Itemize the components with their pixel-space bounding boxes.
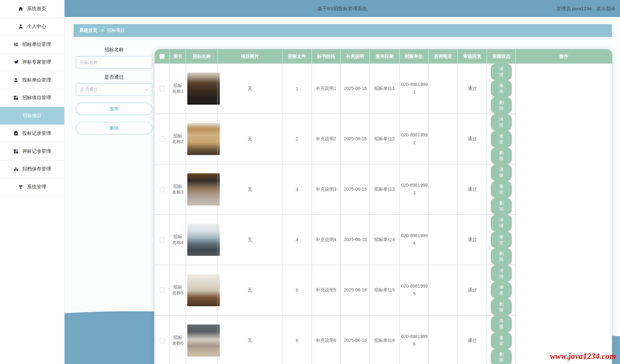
cell-date: 2025-06-16 xyxy=(341,265,370,316)
edit-button[interactable]: 修改 xyxy=(491,80,512,97)
sidebar-item-9[interactable]: 评标记录管理 xyxy=(0,143,64,160)
cell-file: 无 xyxy=(218,114,282,164)
cell-status: 通过 xyxy=(458,215,487,265)
office-photo-6 xyxy=(187,325,220,357)
delete-row-button[interactable]: 删除 xyxy=(491,299,512,315)
sidebar-item-label: 招标单位管理 xyxy=(22,41,51,48)
row-select-cell xyxy=(155,64,170,114)
app-title: 基于BS招投标管理系统 xyxy=(64,0,620,17)
cell-phone-text: 020-89819995 xyxy=(401,282,428,298)
sidebar-item-7[interactable]: 招标项目 xyxy=(0,107,64,125)
edit-button[interactable]: 修改 xyxy=(491,231,512,248)
row-checkbox[interactable] xyxy=(160,187,165,192)
delete-row-button[interactable]: 删除 xyxy=(491,349,512,364)
cell-date: 2025-06-16 xyxy=(341,215,370,265)
cell-unit: 招标单位1 xyxy=(370,64,400,114)
edit-button[interactable]: 修改 xyxy=(491,282,512,299)
cell-phone-text: 020-89819994 xyxy=(401,232,428,247)
sidebar-item-label: 系统首页 xyxy=(27,6,46,12)
detail-button[interactable]: 详情 xyxy=(491,215,512,231)
row-checkbox[interactable] xyxy=(160,86,165,91)
sidebar-item-5[interactable]: 投标单位管理 xyxy=(0,71,64,89)
row-select-cell xyxy=(155,114,170,164)
row-actions-cell: 详情修改删除 xyxy=(487,215,516,265)
sidebar: 系统首页个人中心招标单位管理评标专家管理投标单位管理招标项目管理招标项目投标记录… xyxy=(0,0,65,364)
cell-status: 通过 xyxy=(458,114,487,164)
edit-button[interactable]: 修改 xyxy=(491,332,512,349)
sidebar-item-label: 评标专家管理 xyxy=(22,59,51,65)
project-image-cell xyxy=(186,316,218,364)
detail-button[interactable]: 详情 xyxy=(491,64,512,80)
delete-button[interactable]: 删除 xyxy=(76,122,152,134)
column-header: 索引 xyxy=(170,49,186,64)
bid-name-input[interactable] xyxy=(76,56,152,68)
detail-button[interactable]: 详情 xyxy=(491,164,512,181)
row-checkbox[interactable] xyxy=(160,338,165,343)
cell-price: 4 xyxy=(282,215,312,265)
pass-label: 是否通过 xyxy=(76,74,152,80)
cell-price: 1 xyxy=(282,64,312,114)
row-select-cell xyxy=(155,164,170,215)
detail-button[interactable]: 详情 xyxy=(491,114,512,131)
logout-button[interactable]: 退出登录 xyxy=(596,0,616,17)
cell-file: 无 xyxy=(218,265,282,316)
current-user-label: 管理员 java1234 xyxy=(556,0,592,17)
cell-status: 通过 xyxy=(458,164,487,215)
clipboard-check-icon xyxy=(13,131,19,136)
delete-row-button[interactable]: 删除 xyxy=(491,248,512,265)
column-header: 项目图片 xyxy=(218,49,282,64)
sidebar-item-label: 招标项目 xyxy=(22,113,42,119)
sidebar-item-1[interactable]: 系统首页 xyxy=(0,0,64,18)
breadcrumb-root[interactable]: 系统首页 xyxy=(79,28,97,33)
row-checkbox[interactable] xyxy=(160,288,165,293)
cell-price: 3 xyxy=(282,164,312,215)
delete-row-button[interactable]: 删除 xyxy=(491,198,512,214)
delete-row-button[interactable]: 删除 xyxy=(491,147,512,164)
edit-button[interactable]: 修改 xyxy=(491,131,512,147)
cell-phone: 020-89819996 xyxy=(400,316,429,364)
select-all-checkbox[interactable] xyxy=(160,54,164,59)
column-header: 招标文件 xyxy=(282,49,312,64)
cell-date-text: 2025-06-16 xyxy=(342,337,369,344)
cell-unit: 招标单位3 xyxy=(370,164,400,215)
row-checkbox[interactable] xyxy=(160,237,165,242)
edit-button[interactable]: 修改 xyxy=(491,181,512,198)
delete-row-button[interactable]: 删除 xyxy=(491,97,512,114)
breadcrumb-current: 招标项目 xyxy=(107,28,125,33)
pass-select[interactable]: 是否通过 xyxy=(76,83,152,96)
top-header: 基于BS招投标管理系统 管理员 java1234 退出登录 xyxy=(64,0,620,17)
cell-date-text: 2025-06-16 xyxy=(342,135,369,143)
cell-status: 通过 xyxy=(458,265,487,316)
cell-phone-text: 020-89819996 xyxy=(401,333,428,348)
sidebar-item-3[interactable]: 招标单位管理 xyxy=(0,36,64,54)
system-icon xyxy=(18,184,23,190)
cell-note: 补充说明4 xyxy=(312,215,341,265)
sidebar-item-label: 系统管理 xyxy=(27,184,46,190)
detail-button[interactable]: 详情 xyxy=(491,265,512,282)
cell-phone: 020-89819991 xyxy=(400,64,429,114)
cell-phone-text: 020-89819991 xyxy=(401,81,428,96)
filter-panel: 招标名称 是否通过 是否通过 查询 删除 xyxy=(76,41,152,134)
cell-date-text: 2025-06-16 xyxy=(342,236,369,244)
sidebar-item-4[interactable]: 评标专家管理 xyxy=(0,54,64,72)
cell-file: 无 xyxy=(218,215,282,265)
sidebar-item-8[interactable]: 投标记录管理 xyxy=(0,125,64,143)
row-checkbox[interactable] xyxy=(160,136,165,142)
sidebar-item-2[interactable]: 个人中心 xyxy=(0,18,64,36)
cell-file: 无 xyxy=(218,64,282,114)
detail-button[interactable]: 详情 xyxy=(491,316,512,332)
table-row: 招标名称3无3补充说明32025-06-16招标单位3020-89819993通… xyxy=(155,164,612,215)
row-select-cell xyxy=(155,265,170,316)
cell-price: 5 xyxy=(282,265,312,316)
column-header: 审核状态 xyxy=(487,49,516,64)
grid-icon xyxy=(13,149,19,154)
sidebar-item-label: 投标单位管理 xyxy=(22,77,51,83)
cell-status: 通过 xyxy=(458,316,487,364)
row-select-cell xyxy=(155,316,170,364)
cell-note: 补充说明3 xyxy=(312,164,341,215)
sidebar-item-10[interactable]: 归档保存管理 xyxy=(0,160,64,178)
cell-name: 招标名称2 xyxy=(170,114,186,164)
query-button[interactable]: 查询 xyxy=(76,103,152,115)
sidebar-item-6[interactable]: 招标项目管理 xyxy=(0,89,64,107)
sidebar-item-11[interactable]: 系统管理 xyxy=(0,178,64,196)
